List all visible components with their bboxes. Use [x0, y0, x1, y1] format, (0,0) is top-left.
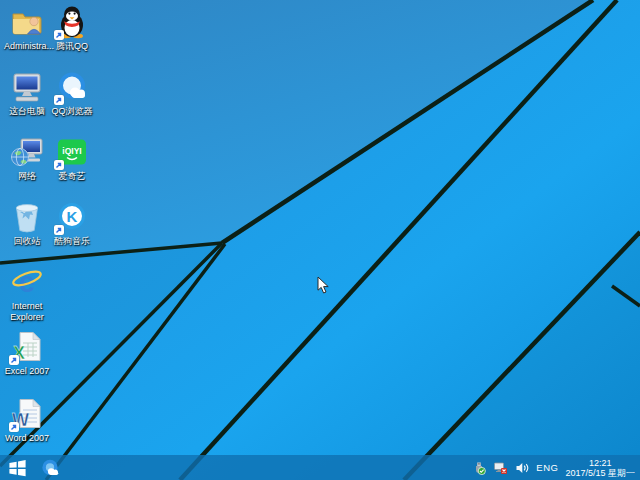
- computer-icon: [10, 70, 44, 104]
- internet-explorer-icon: e: [10, 265, 44, 299]
- windows-logo-icon: [8, 459, 27, 477]
- desktop-icon-internet-explorer[interactable]: e Internet Explorer: [4, 265, 50, 327]
- qq-browser-icon: [55, 70, 89, 104]
- shortcut-arrow-icon: [54, 160, 64, 170]
- user-folder-icon: [10, 5, 44, 39]
- desktop-icon-network[interactable]: 网络: [4, 135, 50, 197]
- icon-label: 酷狗音乐: [49, 236, 95, 247]
- desktop[interactable]: Administra... 这台电脑: [0, 0, 640, 480]
- icon-label: Word 2007: [4, 433, 50, 444]
- shortcut-arrow-icon: [54, 225, 64, 235]
- taskbar: ENG 12:21 2017/5/15 星期一: [0, 455, 640, 480]
- volume-icon[interactable]: [515, 461, 529, 475]
- desktop-icon-kugou-music[interactable]: K 酷狗音乐: [49, 200, 95, 262]
- system-tray: ENG 12:21 2017/5/15 星期一: [467, 455, 640, 480]
- clock-date: 2017/5/15 星期一: [565, 468, 635, 478]
- network-status-icon[interactable]: [493, 461, 508, 475]
- qq-browser-icon: [40, 458, 60, 478]
- icon-label: Administra...: [4, 41, 50, 52]
- icon-label: 网络: [4, 171, 50, 182]
- iqiyi-icon: iQIYI: [55, 135, 89, 169]
- shortcut-arrow-icon: [54, 95, 64, 105]
- icon-label: 回收站: [4, 236, 50, 247]
- word-icon: W: [10, 397, 44, 431]
- language-indicator[interactable]: ENG: [536, 462, 558, 473]
- svg-text:K: K: [67, 208, 78, 225]
- desktop-icon-administrator[interactable]: Administra...: [4, 5, 50, 67]
- desktop-icon-qq-browser[interactable]: QQ浏览器: [49, 70, 95, 132]
- icon-label: Excel 2007: [4, 366, 50, 377]
- svg-text:iQIYI: iQIYI: [62, 146, 81, 156]
- icon-label: 爱奇艺: [49, 171, 95, 182]
- desktop-icon-this-pc[interactable]: 这台电脑: [4, 70, 50, 132]
- safely-remove-hardware-icon[interactable]: [472, 461, 486, 475]
- wallpaper-graphic: [0, 0, 640, 480]
- start-button[interactable]: [0, 455, 34, 480]
- clock-time: 12:21: [565, 458, 635, 468]
- taskbar-clock[interactable]: 12:21 2017/5/15 星期一: [565, 458, 635, 478]
- taskbar-item-qq-browser[interactable]: [34, 455, 66, 480]
- icon-label: QQ浏览器: [49, 106, 95, 117]
- kugou-icon: K: [55, 200, 89, 234]
- desktop-icon-iqiyi[interactable]: iQIYI 爱奇艺: [49, 135, 95, 197]
- icon-label: 这台电脑: [4, 106, 50, 117]
- mouse-cursor: [317, 276, 330, 299]
- desktop-icon-recycle-bin[interactable]: 回收站: [4, 200, 50, 262]
- recycle-bin-icon: [10, 200, 44, 234]
- desktop-icon-tencent-qq[interactable]: 腾讯QQ: [49, 5, 95, 67]
- icon-label: Internet Explorer: [4, 301, 50, 322]
- desktop-icon-excel-2007[interactable]: X Excel 2007: [4, 330, 50, 392]
- network-icon: [10, 135, 44, 169]
- shortcut-arrow-icon: [9, 355, 19, 365]
- shortcut-arrow-icon: [54, 30, 64, 40]
- desktop-icon-word-2007[interactable]: W Word 2007: [4, 397, 50, 459]
- excel-icon: X: [10, 330, 44, 364]
- shortcut-arrow-icon: [9, 422, 19, 432]
- icon-label: 腾讯QQ: [49, 41, 95, 52]
- qq-penguin-icon: [55, 5, 89, 39]
